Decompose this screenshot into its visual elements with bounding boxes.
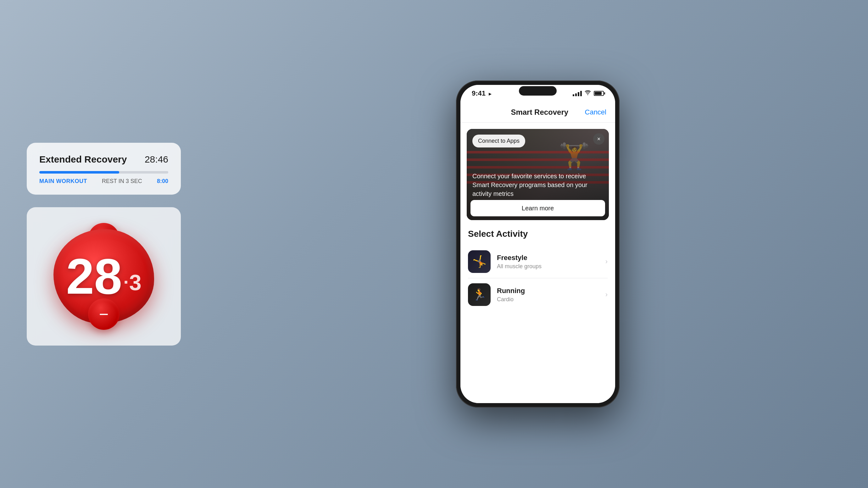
counter-dot: · bbox=[123, 271, 129, 301]
left-panel: Extended Recovery 28:46 MAIN WORKOUT RES… bbox=[0, 0, 208, 488]
progress-bar-container bbox=[39, 171, 168, 173]
cancel-button[interactable]: Cancel bbox=[585, 108, 606, 116]
freestyle-icon: 🤸 bbox=[468, 250, 491, 273]
learn-more-label: Learn more bbox=[522, 205, 554, 212]
widget-header: Extended Recovery 28:46 bbox=[39, 154, 168, 165]
main-workout-label: MAIN WORKOUT bbox=[39, 178, 87, 185]
nav-title: Smart Recovery bbox=[511, 108, 568, 117]
location-icon: ▸ bbox=[489, 91, 491, 97]
extended-recovery-widget: Extended Recovery 28:46 MAIN WORKOUT RES… bbox=[27, 143, 181, 195]
progress-bar-fill bbox=[39, 171, 119, 173]
running-chevron: › bbox=[606, 291, 608, 299]
freestyle-info: Freestyle All muscle groups bbox=[497, 254, 606, 270]
right-panel: 9:41 ▸ bbox=[208, 0, 868, 488]
select-activity-title: Select Activity bbox=[468, 229, 608, 239]
close-icon: × bbox=[597, 136, 601, 142]
close-banner-button[interactable]: × bbox=[593, 133, 604, 144]
select-activity-section: Select Activity 🤸 Freestyle All muscle g… bbox=[460, 220, 615, 316]
phone-mockup: 9:41 ▸ bbox=[456, 80, 620, 408]
running-info: Running Cardio bbox=[497, 287, 606, 303]
freestyle-chevron: › bbox=[606, 258, 608, 266]
scroll-content: Connect to Apps × Connect your favorite … bbox=[460, 123, 615, 403]
status-time: 9:41 ▸ bbox=[472, 89, 491, 97]
connect-banner: Connect to Apps × Connect your favorite … bbox=[467, 129, 609, 220]
running-desc: Cardio bbox=[497, 296, 606, 303]
running-name: Running bbox=[497, 287, 606, 295]
battery-icon bbox=[594, 91, 604, 96]
counter-widget: + 28 · 3 − bbox=[27, 207, 181, 346]
connect-to-apps-button[interactable]: Connect to Apps bbox=[472, 135, 525, 148]
end-time-label: 8:00 bbox=[157, 178, 168, 185]
dynamic-island bbox=[519, 86, 557, 96]
running-icon: 🏃 bbox=[468, 283, 491, 306]
status-icons bbox=[573, 90, 604, 97]
signal-bars bbox=[573, 91, 582, 96]
decrement-button[interactable]: − bbox=[88, 298, 120, 330]
phone-screen: 9:41 ▸ bbox=[460, 85, 615, 403]
learn-more-button[interactable]: Learn more bbox=[470, 200, 605, 216]
wifi-icon bbox=[584, 90, 591, 97]
banner-description: Connect your favorite services to receiv… bbox=[472, 172, 603, 198]
counter-sub: 3 bbox=[129, 270, 142, 301]
widget-time: 28:46 bbox=[145, 154, 168, 165]
banner-text: Connect your favorite services to receiv… bbox=[472, 172, 603, 198]
freestyle-desc: All muscle groups bbox=[497, 263, 606, 270]
freestyle-name: Freestyle bbox=[497, 254, 606, 262]
counter-number: 28 bbox=[66, 251, 122, 301]
rest-label: REST IN 3 SEC bbox=[102, 178, 142, 185]
workout-labels: MAIN WORKOUT REST IN 3 SEC 8:00 bbox=[39, 178, 168, 185]
activity-list: 🤸 Freestyle All muscle groups › 🏃 bbox=[468, 245, 608, 311]
widget-title: Extended Recovery bbox=[39, 154, 127, 165]
activity-item-freestyle[interactable]: 🤸 Freestyle All muscle groups › bbox=[468, 245, 608, 278]
counter-display: 28 · 3 bbox=[66, 251, 142, 301]
activity-item-running[interactable]: 🏃 Running Cardio › bbox=[468, 278, 608, 311]
minus-icon: − bbox=[99, 306, 108, 322]
nav-bar: Smart Recovery Cancel bbox=[460, 102, 615, 123]
